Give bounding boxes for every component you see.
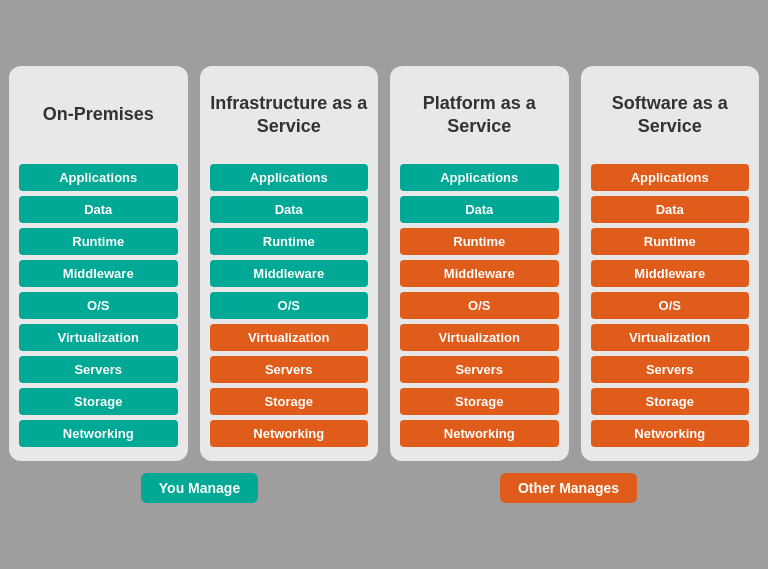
item-data-saas: Data <box>591 196 750 223</box>
item-storage-paas: Storage <box>400 388 559 415</box>
labels-row: You Manage Other Manages <box>9 473 759 503</box>
items-list-iaas: ApplicationsDataRuntimeMiddlewareO/SVirt… <box>210 164 369 447</box>
title-on-premises: On-Premises <box>43 80 154 150</box>
item-virtualization-on-premises: Virtualization <box>19 324 178 351</box>
item-data-paas: Data <box>400 196 559 223</box>
item-runtime-on-premises: Runtime <box>19 228 178 255</box>
title-iaas: Infrastructure as a Service <box>210 80 369 150</box>
item-o-s-saas: O/S <box>591 292 750 319</box>
column-saas: Software as a ServiceApplicationsDataRun… <box>581 66 760 461</box>
item-o-s-on-premises: O/S <box>19 292 178 319</box>
item-servers-saas: Servers <box>591 356 750 383</box>
item-o-s-paas: O/S <box>400 292 559 319</box>
item-o-s-iaas: O/S <box>210 292 369 319</box>
items-list-saas: ApplicationsDataRuntimeMiddlewareO/SVirt… <box>591 164 750 447</box>
item-networking-saas: Networking <box>591 420 750 447</box>
item-applications-saas: Applications <box>591 164 750 191</box>
item-virtualization-saas: Virtualization <box>591 324 750 351</box>
other-manages-label-area: Other Manages <box>384 473 753 503</box>
columns-wrapper: On-PremisesApplicationsDataRuntimeMiddle… <box>9 66 759 461</box>
item-middleware-paas: Middleware <box>400 260 559 287</box>
item-applications-iaas: Applications <box>210 164 369 191</box>
title-saas: Software as a Service <box>591 80 750 150</box>
other-manages-badge: Other Manages <box>500 473 637 503</box>
item-runtime-saas: Runtime <box>591 228 750 255</box>
title-paas: Platform as a Service <box>400 80 559 150</box>
items-list-on-premises: ApplicationsDataRuntimeMiddlewareO/SVirt… <box>19 164 178 447</box>
item-storage-on-premises: Storage <box>19 388 178 415</box>
column-iaas: Infrastructure as a ServiceApplicationsD… <box>200 66 379 461</box>
item-middleware-on-premises: Middleware <box>19 260 178 287</box>
item-storage-iaas: Storage <box>210 388 369 415</box>
item-virtualization-paas: Virtualization <box>400 324 559 351</box>
column-paas: Platform as a ServiceApplicationsDataRun… <box>390 66 569 461</box>
item-middleware-saas: Middleware <box>591 260 750 287</box>
you-manage-label-area: You Manage <box>15 473 384 503</box>
main-container: On-PremisesApplicationsDataRuntimeMiddle… <box>9 66 759 503</box>
item-servers-on-premises: Servers <box>19 356 178 383</box>
column-on-premises: On-PremisesApplicationsDataRuntimeMiddle… <box>9 66 188 461</box>
item-networking-on-premises: Networking <box>19 420 178 447</box>
item-servers-paas: Servers <box>400 356 559 383</box>
item-networking-iaas: Networking <box>210 420 369 447</box>
item-data-on-premises: Data <box>19 196 178 223</box>
items-list-paas: ApplicationsDataRuntimeMiddlewareO/SVirt… <box>400 164 559 447</box>
item-networking-paas: Networking <box>400 420 559 447</box>
you-manage-badge: You Manage <box>141 473 258 503</box>
item-middleware-iaas: Middleware <box>210 260 369 287</box>
item-data-iaas: Data <box>210 196 369 223</box>
item-applications-on-premises: Applications <box>19 164 178 191</box>
item-servers-iaas: Servers <box>210 356 369 383</box>
item-storage-saas: Storage <box>591 388 750 415</box>
item-runtime-iaas: Runtime <box>210 228 369 255</box>
item-virtualization-iaas: Virtualization <box>210 324 369 351</box>
item-applications-paas: Applications <box>400 164 559 191</box>
item-runtime-paas: Runtime <box>400 228 559 255</box>
